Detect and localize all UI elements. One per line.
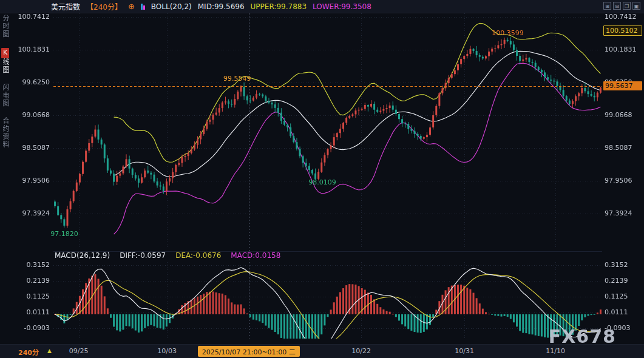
- window-icons: ⊞⊟❐▣: [603, 2, 640, 10]
- upper-band-badge: 100.5102: [603, 25, 642, 36]
- layout-single-icon[interactable]: ⊞: [603, 2, 611, 10]
- macd-axis-label-right-2: 0.1125: [605, 293, 641, 300]
- footer-period-label[interactable]: 240分: [18, 347, 39, 357]
- price-axis-label-right-4: 98.5087: [605, 144, 641, 152]
- price-axis-label-left-1: 100.1831: [17, 46, 50, 53]
- crosshair-date-chip: 2025/10/07 21:00~01:00 二: [198, 346, 300, 357]
- symbol-name: 美元指数: [51, 1, 80, 12]
- macd-axis-label-left-3: 0.0111: [17, 309, 50, 316]
- boll-indicator-icon: [141, 4, 145, 10]
- macd-axis-label-right-1: 0.2139: [605, 277, 641, 285]
- layout-quad-icon[interactable]: ▣: [632, 2, 640, 10]
- boll-upper-value: UPPER:99.7883: [251, 2, 307, 11]
- sidebar: 分时图K线图闪电图合约资料: [0, 13, 10, 345]
- sidebar-item-1[interactable]: K线图: [0, 48, 10, 74]
- time-tick-1: 10/03: [157, 347, 177, 355]
- layout-grid-icon[interactable]: ❐: [623, 2, 631, 10]
- price-axis-label-left-2: 99.6250: [17, 79, 50, 86]
- macd-dea-value: DEA:-0.0676: [175, 251, 221, 260]
- period-selector[interactable]: 【240分】: [86, 1, 122, 12]
- time-axis-bar: 240分 ▲ 2025/10/07 21:00~01:00 二 09/2510/…: [0, 344, 644, 358]
- sidebar-item-3[interactable]: 合约资料: [0, 117, 10, 149]
- time-tick-0: 09/25: [69, 347, 89, 355]
- macd-diff-value: DIFF:-0.0597: [120, 251, 166, 260]
- macd-axis-label-left-0: 0.3152: [17, 262, 50, 269]
- active-tab-badge: K: [1, 48, 9, 58]
- price-axis-label-right-0: 100.7412: [605, 13, 641, 21]
- boll-label: BOLL(20,2): [151, 2, 192, 11]
- time-tick-2: 10/22: [351, 347, 371, 355]
- price-axis-label-right-6: 97.3924: [605, 210, 641, 217]
- time-tick-4: 11/10: [546, 347, 565, 355]
- expand-icon[interactable]: ▲: [47, 348, 52, 354]
- last-price-badge: 99.5637: [603, 81, 642, 90]
- time-tick-3: 10/31: [455, 347, 474, 355]
- price-axis-label-left-5: 97.9506: [17, 177, 50, 184]
- price-axis-label-right-3: 99.0668: [605, 112, 641, 119]
- price-axis-label-left-4: 98.5087: [17, 144, 50, 152]
- macd-axis-label-right-0: 0.3152: [605, 262, 641, 269]
- sidebar-item-0[interactable]: 分时图: [0, 15, 10, 38]
- boll-lower-value: LOWER:99.3508: [313, 2, 371, 11]
- macd-hist-value: MACD:0.0158: [231, 251, 280, 260]
- price-axis-label-left-3: 99.0668: [17, 112, 50, 119]
- macd-axis-label-left-4: -0.0903: [17, 325, 50, 332]
- price-chart-canvas[interactable]: [53, 13, 602, 339]
- macd-axis-label-right-3: 0.0111: [605, 309, 641, 316]
- sidebar-item-2[interactable]: 闪电图: [0, 84, 10, 107]
- price-axis-label-left-0: 100.7412: [17, 13, 50, 21]
- macd-info-row: MACD(26,12,9) DIFF:-0.0597 DEA:-0.0676 M…: [55, 251, 280, 260]
- macd-axis-label-left-2: 0.1125: [17, 293, 50, 300]
- macd-axis-label-left-1: 0.2139: [17, 277, 50, 285]
- price-axis-label-right-1: 100.1831: [605, 46, 641, 53]
- price-axis-label-right-5: 97.9506: [605, 177, 641, 184]
- top-bar: 美元指数 【240分】 ⊕ BOLL(20,2) MID:99.5696 UPP…: [0, 0, 644, 13]
- add-indicator-icon[interactable]: ⊕: [128, 2, 135, 11]
- price-axis-label-left-6: 97.3924: [17, 210, 50, 217]
- macd-title: MACD(26,12,9): [55, 251, 110, 260]
- layout-dual-icon[interactable]: ⊟: [613, 2, 621, 10]
- boll-mid-value: MID:99.5696: [198, 2, 245, 11]
